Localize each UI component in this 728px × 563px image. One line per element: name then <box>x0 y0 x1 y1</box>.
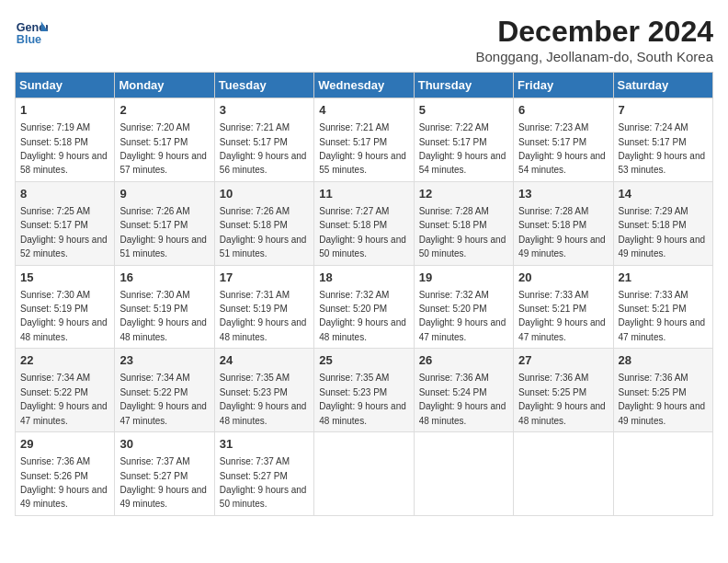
day-info: Sunrise: 7:31 AMSunset: 5:19 PMDaylight:… <box>220 290 307 342</box>
calendar-body: 1 Sunrise: 7:19 AMSunset: 5:18 PMDayligh… <box>16 98 713 516</box>
day-info: Sunrise: 7:30 AMSunset: 5:19 PMDaylight:… <box>20 290 108 342</box>
day-info: Sunrise: 7:22 AMSunset: 5:17 PMDaylight:… <box>419 122 506 175</box>
calendar-cell: 18 Sunrise: 7:32 AMSunset: 5:20 PMDaylig… <box>314 265 414 349</box>
day-number: 8 <box>20 186 109 202</box>
calendar-cell: 4 Sunrise: 7:21 AMSunset: 5:17 PMDayligh… <box>314 98 414 182</box>
calendar-cell: 24 Sunrise: 7:35 AMSunset: 5:23 PMDaylig… <box>214 349 313 432</box>
day-info: Sunrise: 7:30 AMSunset: 5:19 PMDaylight:… <box>119 290 207 342</box>
day-info: Sunrise: 7:21 AMSunset: 5:17 PMDaylight:… <box>220 122 307 175</box>
day-info: Sunrise: 7:37 AMSunset: 5:27 PMDaylight:… <box>220 456 307 509</box>
calendar-cell: 14 Sunrise: 7:29 AMSunset: 5:18 PMDaylig… <box>613 181 712 265</box>
day-number: 7 <box>619 102 708 119</box>
calendar-cell: 8 Sunrise: 7:25 AMSunset: 5:17 PMDayligh… <box>16 181 115 265</box>
day-number: 5 <box>419 102 508 119</box>
day-number: 15 <box>20 270 109 286</box>
calendar-cell <box>613 432 712 516</box>
day-number: 22 <box>20 352 109 369</box>
day-info: Sunrise: 7:36 AMSunset: 5:26 PMDaylight:… <box>20 456 108 509</box>
calendar-cell: 2 Sunrise: 7:20 AMSunset: 5:17 PMDayligh… <box>115 98 214 182</box>
day-info: Sunrise: 7:33 AMSunset: 5:21 PMDaylight:… <box>518 290 606 342</box>
title-block: December 2024 Bonggang, Jeollanam-do, So… <box>475 15 713 64</box>
day-info: Sunrise: 7:26 AMSunset: 5:17 PMDaylight:… <box>119 206 207 259</box>
calendar-cell: 26 Sunrise: 7:36 AMSunset: 5:24 PMDaylig… <box>414 349 513 432</box>
day-info: Sunrise: 7:28 AMSunset: 5:18 PMDaylight:… <box>419 206 506 259</box>
calendar-cell: 15 Sunrise: 7:30 AMSunset: 5:19 PMDaylig… <box>16 265 115 349</box>
calendar-cell <box>314 432 414 516</box>
day-info: Sunrise: 7:19 AMSunset: 5:18 PMDaylight:… <box>20 122 108 175</box>
day-info: Sunrise: 7:36 AMSunset: 5:25 PMDaylight:… <box>619 373 706 425</box>
calendar-cell: 23 Sunrise: 7:34 AMSunset: 5:22 PMDaylig… <box>115 349 214 432</box>
day-info: Sunrise: 7:36 AMSunset: 5:25 PMDaylight:… <box>518 373 606 425</box>
day-number: 4 <box>319 102 408 119</box>
day-info: Sunrise: 7:23 AMSunset: 5:17 PMDaylight:… <box>518 122 606 175</box>
day-number: 11 <box>319 186 408 202</box>
day-number: 21 <box>619 270 708 286</box>
page-subtitle: Bonggang, Jeollanam-do, South Korea <box>475 49 713 64</box>
calendar-cell: 1 Sunrise: 7:19 AMSunset: 5:18 PMDayligh… <box>16 98 115 182</box>
weekday-header: Saturday <box>613 73 712 98</box>
page-header: General Blue December 2024 Bonggang, Jeo… <box>15 15 713 64</box>
weekday-header: Monday <box>115 73 214 98</box>
day-number: 27 <box>518 352 608 369</box>
day-info: Sunrise: 7:24 AMSunset: 5:17 PMDaylight:… <box>619 122 706 175</box>
calendar-cell: 6 Sunrise: 7:23 AMSunset: 5:17 PMDayligh… <box>514 98 613 182</box>
calendar-cell: 9 Sunrise: 7:26 AMSunset: 5:17 PMDayligh… <box>115 181 214 265</box>
calendar-cell: 30 Sunrise: 7:37 AMSunset: 5:27 PMDaylig… <box>115 432 214 516</box>
calendar-cell: 16 Sunrise: 7:30 AMSunset: 5:19 PMDaylig… <box>115 265 214 349</box>
calendar-cell: 3 Sunrise: 7:21 AMSunset: 5:17 PMDayligh… <box>214 98 313 182</box>
day-number: 9 <box>119 186 209 202</box>
day-number: 17 <box>220 270 309 286</box>
calendar-week-row: 8 Sunrise: 7:25 AMSunset: 5:17 PMDayligh… <box>16 181 713 265</box>
logo-icon: General Blue <box>15 15 48 48</box>
day-number: 18 <box>319 270 408 286</box>
svg-text:Blue: Blue <box>17 33 41 46</box>
calendar-cell: 25 Sunrise: 7:35 AMSunset: 5:23 PMDaylig… <box>314 349 414 432</box>
calendar-cell: 31 Sunrise: 7:37 AMSunset: 5:27 PMDaylig… <box>214 432 313 516</box>
calendar-cell: 17 Sunrise: 7:31 AMSunset: 5:19 PMDaylig… <box>214 265 313 349</box>
calendar-cell: 29 Sunrise: 7:36 AMSunset: 5:26 PMDaylig… <box>16 432 115 516</box>
day-number: 13 <box>518 186 608 202</box>
calendar-cell: 27 Sunrise: 7:36 AMSunset: 5:25 PMDaylig… <box>514 349 613 432</box>
day-info: Sunrise: 7:20 AMSunset: 5:17 PMDaylight:… <box>119 122 207 175</box>
day-number: 30 <box>119 436 209 453</box>
weekday-header: Friday <box>514 73 613 98</box>
calendar-week-row: 22 Sunrise: 7:34 AMSunset: 5:22 PMDaylig… <box>16 349 713 432</box>
calendar-cell: 20 Sunrise: 7:33 AMSunset: 5:21 PMDaylig… <box>514 265 613 349</box>
day-info: Sunrise: 7:35 AMSunset: 5:23 PMDaylight:… <box>220 373 307 425</box>
day-number: 2 <box>119 102 209 119</box>
calendar-header: SundayMondayTuesdayWednesdayThursdayFrid… <box>16 73 713 98</box>
day-info: Sunrise: 7:37 AMSunset: 5:27 PMDaylight:… <box>119 456 207 509</box>
calendar-week-row: 29 Sunrise: 7:36 AMSunset: 5:26 PMDaylig… <box>16 432 713 516</box>
weekday-header: Wednesday <box>314 73 414 98</box>
day-info: Sunrise: 7:34 AMSunset: 5:22 PMDaylight:… <box>20 373 108 425</box>
logo: General Blue <box>15 15 48 48</box>
day-info: Sunrise: 7:33 AMSunset: 5:21 PMDaylight:… <box>619 290 706 342</box>
calendar-cell <box>414 432 513 516</box>
day-info: Sunrise: 7:34 AMSunset: 5:22 PMDaylight:… <box>119 373 207 425</box>
calendar-cell: 11 Sunrise: 7:27 AMSunset: 5:18 PMDaylig… <box>314 181 414 265</box>
day-number: 26 <box>419 352 508 369</box>
calendar-cell <box>514 432 613 516</box>
calendar-cell: 12 Sunrise: 7:28 AMSunset: 5:18 PMDaylig… <box>414 181 513 265</box>
day-number: 31 <box>220 436 309 453</box>
day-number: 19 <box>419 270 508 286</box>
weekday-header: Sunday <box>16 73 115 98</box>
weekday-header: Thursday <box>414 73 513 98</box>
calendar-week-row: 1 Sunrise: 7:19 AMSunset: 5:18 PMDayligh… <box>16 98 713 182</box>
day-info: Sunrise: 7:29 AMSunset: 5:18 PMDaylight:… <box>619 206 706 259</box>
day-number: 14 <box>619 186 708 202</box>
calendar-table: SundayMondayTuesdayWednesdayThursdayFrid… <box>15 72 713 516</box>
day-number: 29 <box>20 436 109 453</box>
calendar-cell: 22 Sunrise: 7:34 AMSunset: 5:22 PMDaylig… <box>16 349 115 432</box>
calendar-cell: 19 Sunrise: 7:32 AMSunset: 5:20 PMDaylig… <box>414 265 513 349</box>
calendar-cell: 10 Sunrise: 7:26 AMSunset: 5:18 PMDaylig… <box>214 181 313 265</box>
weekday-header: Tuesday <box>214 73 313 98</box>
day-number: 16 <box>119 270 209 286</box>
calendar-cell: 13 Sunrise: 7:28 AMSunset: 5:18 PMDaylig… <box>514 181 613 265</box>
calendar-cell: 7 Sunrise: 7:24 AMSunset: 5:17 PMDayligh… <box>613 98 712 182</box>
day-number: 3 <box>220 102 309 119</box>
day-number: 20 <box>518 270 608 286</box>
day-number: 10 <box>220 186 309 202</box>
day-number: 23 <box>119 352 209 369</box>
day-number: 25 <box>319 352 408 369</box>
